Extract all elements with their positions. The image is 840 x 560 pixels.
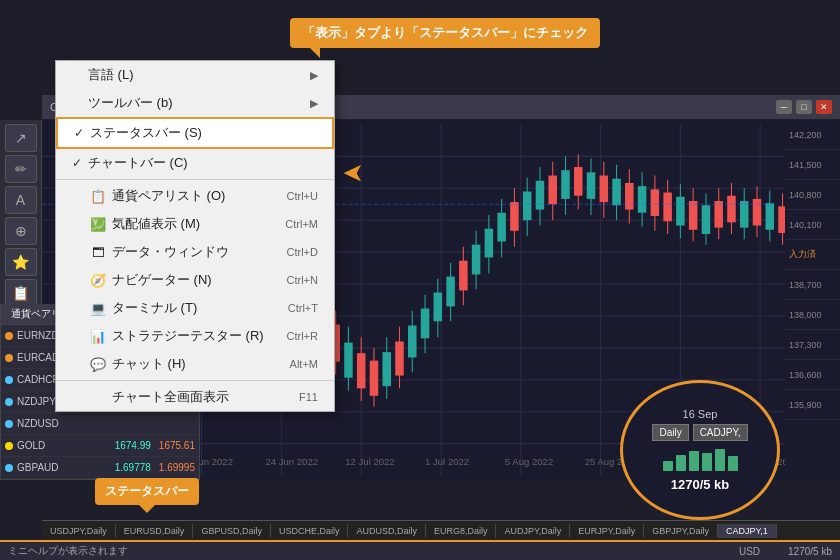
sidebar-icon-1[interactable]: ↗ [5,124,37,152]
chart-tab-gbpusd[interactable]: GBPUSD,Daily [193,524,271,538]
chart-tab-usdche[interactable]: USDCHE,Daily [271,524,349,538]
menu-item-strategy-tester[interactable]: 📊 ストラテジーテスター (R) Ctrl+R [56,322,334,350]
maximize-button[interactable]: □ [796,100,812,114]
svg-rect-78 [421,309,430,339]
svg-text:5 Aug 2022: 5 Aug 2022 [505,456,553,467]
menu-check: ✓ [74,126,90,140]
statusbar-callout: ステータスバー [95,478,199,505]
svg-rect-68 [357,353,366,388]
svg-rect-116 [663,193,672,222]
chart-tab-eurusd[interactable]: EURUSD,Daily [116,524,194,538]
menu-item-toolbar[interactable]: ツールバー (b) ▶ [56,89,334,117]
mag-bar-3 [689,451,699,471]
symbol-dot [5,332,13,340]
symbol-dot [5,354,13,362]
symbol-row-gold[interactable]: GOLD 1674.99 1675.61 [1,435,199,457]
menu-item-currency-pairs[interactable]: 📋 通貨ペアリスト (O) Ctrl+U [56,182,334,210]
sidebar-icon-5[interactable]: ⭐ [5,248,37,276]
menu-label: ツールバー (b) [88,94,310,112]
status-bar-currency: USD [739,546,760,557]
symbol-bid: 1.69778 [115,462,151,473]
chart-tab-usdjpy[interactable]: USDJPY,Daily [42,524,116,538]
svg-rect-80 [434,293,443,322]
menu-item-language[interactable]: 言語 (L) ▶ [56,61,334,89]
svg-rect-104 [587,172,596,199]
callout-text: 「表示」タブより「ステータスバー」にチェック [302,25,588,40]
magnified-content: 16 Sep Daily CADJPY, 1270/5 kb [623,383,777,517]
menu-shortcut: Ctrl+N [287,274,318,286]
symbol-name: GOLD [17,440,111,451]
menu-label: ナビゲーター (N) [112,271,287,289]
menu-item-market-watch[interactable]: 💹 気配値表示 (M) Ctrl+M [56,210,334,238]
sidebar-icon-3[interactable]: A [5,186,37,214]
menu-label: 通貨ペアリスト (O) [112,187,287,205]
minimize-button[interactable]: ─ [776,100,792,114]
chart-tab-audjpy[interactable]: AUDJPY,Daily [496,524,570,538]
menu-item-statusbar[interactable]: ✓ ステータスバー (S) [56,117,334,149]
menu-separator-2 [56,380,334,381]
menu-item-data-window[interactable]: 🗔 データ・ウィンドウ Ctrl+D [56,238,334,266]
svg-rect-72 [382,352,391,386]
chart-tab-eurg8[interactable]: EURG8,Daily [426,524,497,538]
symbol-name: NZDUSD [17,418,195,429]
data-window-icon: 🗔 [88,244,108,260]
menu-item-terminal[interactable]: 💻 ターミナル (T) Ctrl+T [56,294,334,322]
svg-text:24 Jun 2022: 24 Jun 2022 [265,456,318,467]
chart-tab-eurjpy[interactable]: EURJPY,Daily [570,524,644,538]
mag-bar-5 [715,449,725,471]
menu-label: データ・ウィンドウ [112,243,287,261]
svg-rect-96 [536,181,545,210]
status-bar-text: ミニヘルプが表示されます [8,544,128,558]
menu-shortcut: Ctrl+R [287,330,318,342]
menu-label: ターミナル (T) [112,299,288,317]
mag-bar-1 [663,461,673,471]
svg-rect-100 [561,170,570,199]
symbol-row-gbpaud[interactable]: GBPAUD 1.69778 1.69995 [1,457,199,479]
menu-item-navigator[interactable]: 🧭 ナビゲーター (N) Ctrl+N [56,266,334,294]
svg-rect-124 [714,201,723,228]
strategy-tester-icon: 📊 [88,328,108,344]
chart-tab-cadjpy[interactable]: CADJPY,1 [718,524,777,538]
menu-item-chartbar[interactable]: ✓ チャートバー (C) [56,149,334,177]
menu-shortcut: Alt+M [290,358,318,370]
symbol-dot [5,398,13,406]
mag-pair-daily: Daily [652,424,688,441]
status-bar: ミニヘルプが表示されます USD 1270/5 kb [0,540,840,560]
chart-tab-gbpjpy[interactable]: GBPJPY,Daily [644,524,718,538]
symbol-ask: 1675.61 [159,440,195,451]
svg-rect-114 [651,189,660,216]
terminal-icon: 💻 [88,300,108,316]
symbol-dot [5,442,13,450]
svg-rect-122 [702,205,711,234]
menu-shortcut: Ctrl+D [287,246,318,258]
sidebar-icon-2[interactable]: ✏ [5,155,37,183]
menu-arrow-icon: ▶ [310,97,318,110]
menu-label: ステータスバー (S) [90,124,316,142]
menu-label: チャット (H) [112,355,290,373]
symbol-ask: 1.69995 [159,462,195,473]
magnified-circle: 16 Sep Daily CADJPY, 1270/5 kb [620,380,780,520]
symbol-bid: 1674.99 [115,440,151,451]
svg-text:12 Jul 2022: 12 Jul 2022 [345,456,394,467]
callout-bubble: 「表示」タブより「ステータスバー」にチェック [290,18,600,48]
close-button[interactable]: ✕ [816,100,832,114]
symbol-row-nzdusd[interactable]: NZDUSD [1,413,199,435]
svg-rect-70 [370,361,379,396]
svg-rect-126 [727,196,736,223]
sidebar-icon-6[interactable]: 📋 [5,279,37,307]
mag-memory: 1270/5 kb [671,477,730,492]
svg-rect-84 [459,261,468,291]
menu-label: 言語 (L) [88,66,310,84]
menu-shortcut: F11 [299,391,318,403]
sidebar-icon-4[interactable]: ⊕ [5,217,37,245]
chart-tab-audusd[interactable]: AUDUSD,Daily [348,524,426,538]
svg-rect-92 [510,202,519,231]
window-controls: ─ □ ✕ [776,100,832,114]
menu-arrow-icon: ▶ [310,69,318,82]
mag-bars-row [663,449,738,471]
menu-item-chat[interactable]: 💬 チャット (H) Alt+M [56,350,334,378]
price-axis: 142,200 141,500 140,800 140,100 入力済 138,… [785,120,840,480]
statusbar-callout-text: ステータスバー [105,484,189,498]
svg-rect-86 [472,245,481,275]
menu-item-fullscreen[interactable]: チャート全画面表示 F11 [56,383,334,411]
